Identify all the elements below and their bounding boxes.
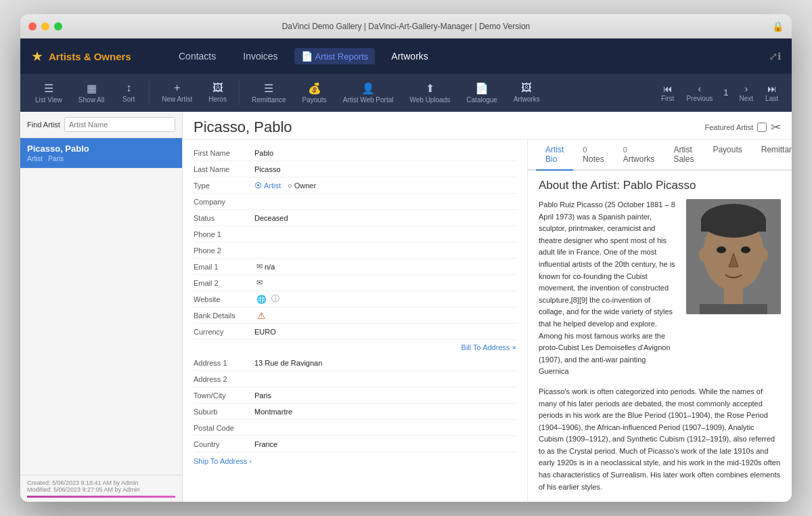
company-row: Company (194, 194, 516, 210)
pagination-controls: ⏮ First ‹ Previous 1 › Next ⏭ Last (656, 81, 784, 105)
artist-web-portal-button[interactable]: 👤 Artist Web Portal (336, 79, 401, 106)
last-name-label: Last Name (194, 165, 254, 173)
currency-label: Currency (194, 328, 254, 336)
tab-artworks[interactable]: 0 Artworks (614, 139, 664, 171)
address1-row: Address 1 13 Rue de Ravignan (194, 355, 516, 371)
sort-label: Sort (122, 95, 135, 103)
bio-paragraph-1: Pablo Ruiz Picasso (25 October 1881 – 8 … (539, 199, 677, 378)
close-button[interactable] (28, 22, 37, 30)
created-info: Created: 5/06/2023 9:18:41 AM by Admin (27, 479, 175, 486)
tab-remittance[interactable]: Remittance (752, 139, 792, 171)
left-panel: Find Artist Picasso, Pablo Artist Paris … (20, 112, 183, 502)
web-portal-icon: 👤 (361, 82, 375, 95)
nav-artworks[interactable]: Artworks (378, 39, 441, 74)
email1-label: Email 1 (194, 263, 254, 271)
last-name-row: Last Name Picasso (194, 161, 516, 177)
lock-icon: 🔒 (772, 21, 784, 32)
modified-info: Modified: 5/06/2023 9:27:05 AM by Admin (27, 486, 175, 493)
window-title: DaVinci Demo Gallery | DaVinci-Art-Galle… (282, 22, 531, 31)
bio-paragraph-2: Picasso's work is often categorized into… (539, 386, 781, 493)
email1-icon: ✉ (256, 262, 263, 271)
toolbar-separator-1 (149, 81, 150, 105)
page-number: 1 (719, 87, 732, 98)
address2-row: Address 2 (194, 371, 516, 387)
type-owner-radio[interactable]: ○ Owner (288, 181, 316, 190)
address1-label: Address 1 (194, 359, 254, 367)
artist-photo (686, 199, 781, 314)
bank-details-row: Bank Details ⚠ (194, 307, 516, 324)
svg-point-4 (717, 246, 726, 253)
catalogue-button[interactable]: 📄 Catalogue (459, 79, 504, 106)
heros-icon: 🖼 (212, 82, 223, 94)
artist-list-item[interactable]: Picasso, Pablo Artist Paris (20, 138, 182, 169)
artworks-label: Artworks (514, 95, 540, 103)
star-icon[interactable]: ★ (31, 48, 43, 64)
info-icon[interactable]: ℹ (777, 51, 781, 62)
nav-contacts[interactable]: Contacts (165, 39, 229, 74)
heros-button[interactable]: 🖼 Heros (202, 79, 233, 106)
main-content: Find Artist Picasso, Pablo Artist Paris … (20, 112, 792, 502)
show-all-icon: ▦ (87, 82, 97, 95)
sort-button[interactable]: ↕ Sort (114, 79, 143, 106)
next-button[interactable]: › Next (734, 81, 759, 105)
email1-value: n/a (265, 263, 275, 271)
postal-code-row: Postal Code (194, 420, 516, 436)
nav-invoices[interactable]: Invoices (229, 39, 291, 74)
catalogue-label: Catalogue (466, 96, 497, 104)
portrait-svg (686, 199, 781, 314)
email2-row: Email 2 ✉ (194, 275, 516, 291)
ship-to-link[interactable]: Ship To Address › (194, 457, 252, 465)
expand-icon[interactable]: ⤢ (769, 50, 777, 63)
web-uploads-button[interactable]: ⬆ Web Uploads (403, 79, 457, 106)
remittance-button[interactable]: ☰ Remittance (245, 79, 293, 106)
svg-point-7 (760, 248, 768, 261)
web-uploads-icon: ⬆ (426, 82, 434, 95)
tab-artist-sales[interactable]: Artist Sales (664, 139, 703, 171)
featured-checkbox[interactable] (757, 123, 767, 132)
navbar: ★ Artists & Owners Contacts Invoices 📄 A… (20, 39, 792, 74)
minimize-button[interactable] (41, 22, 49, 30)
address1-value: 13 Rue de Ravignan (254, 359, 322, 367)
section-title: Artists & Owners (49, 51, 143, 62)
first-button[interactable]: ⏮ First (656, 81, 679, 105)
town-row: Town/City Paris (194, 387, 516, 404)
nav-reports-label: Artist Reports (315, 51, 369, 62)
website-info-icon[interactable]: ⓘ (271, 293, 279, 305)
scissors-icon[interactable]: ✂ (771, 120, 781, 135)
previous-button[interactable]: ‹ Previous (681, 81, 718, 105)
type-label: Type (194, 181, 254, 190)
bio-title: About the Artist: Pablo Picasso (539, 179, 781, 192)
list-view-button[interactable]: ☰ List View (28, 79, 69, 106)
phone1-label: Phone 1 (194, 230, 254, 238)
country-label: Country (194, 440, 254, 448)
type-artist-radio[interactable]: ⦿ Artist (254, 181, 281, 190)
nav-reports[interactable]: 📄 Artist Reports (294, 48, 376, 64)
town-value: Paris (254, 391, 271, 400)
show-all-label: Show All (78, 96, 104, 104)
artist-meta: Artist Paris (27, 155, 175, 163)
tab-notes[interactable]: 0 Notes (573, 139, 613, 171)
postal-code-label: Postal Code (194, 424, 254, 432)
new-artist-button[interactable]: + New Artist (155, 79, 199, 106)
show-all-button[interactable]: ▦ Show All (72, 79, 111, 106)
artist-list: Picasso, Pablo Artist Paris (20, 138, 182, 475)
maximize-button[interactable] (54, 22, 62, 30)
last-button[interactable]: ⏭ Last (760, 81, 784, 105)
bill-to-link[interactable]: Bill To Address × (461, 341, 516, 354)
company-label: Company (194, 198, 254, 206)
payouts-button[interactable]: 💰 Payouts (295, 79, 333, 106)
sort-icon: ↕ (126, 82, 131, 94)
currency-value: EURO (254, 328, 276, 336)
bio-content: About the Artist: Pablo Picasso Pablo Ru… (528, 171, 792, 502)
web-uploads-label: Web Uploads (409, 96, 450, 104)
find-artist-label: Find Artist (27, 121, 60, 129)
status-label: Status (194, 214, 254, 222)
tab-payouts[interactable]: Payouts (703, 139, 751, 171)
find-artist-input[interactable] (64, 117, 175, 132)
svg-rect-9 (700, 304, 767, 314)
remittance-label: Remittance (252, 96, 286, 104)
tab-artist-bio[interactable]: Artist Bio (536, 139, 573, 171)
artworks-toolbar-button[interactable]: 🖼 Artworks (507, 79, 547, 106)
web-portal-label: Artist Web Portal (343, 96, 394, 104)
type-row: Type ⦿ Artist ○ Owner (194, 177, 516, 194)
